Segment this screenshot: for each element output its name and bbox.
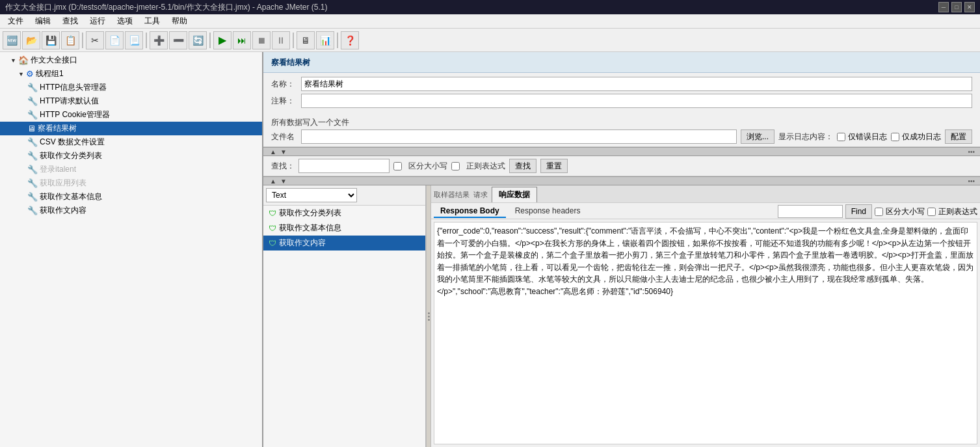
filename-label: 文件名 <box>271 131 297 142</box>
get-categories-icon: 🔧 <box>27 151 38 161</box>
menu-find[interactable]: 查找 <box>57 14 83 28</box>
config-button[interactable]: 配置 <box>945 129 972 144</box>
text-format-select[interactable]: Text <box>266 188 357 202</box>
menu-edit[interactable]: 编辑 <box>30 14 56 28</box>
maximize-button[interactable]: □ <box>951 2 962 12</box>
subtab-response-body[interactable]: Response Body <box>434 205 506 218</box>
main-container: ▼ 🏠 作文大全接口 ▼ ⚙ 线程组1 🔧 HTTP信息头管理器 🔧 HTTP请… <box>0 52 980 447</box>
tool-open[interactable]: 📂 <box>22 31 40 49</box>
tool-cut[interactable]: ✂ <box>86 31 104 49</box>
vdot1 <box>428 312 430 314</box>
detail-regex-checkbox[interactable] <box>927 208 936 216</box>
tree-threadgroup[interactable]: ▼ ⚙ 线程组1 <box>0 67 262 81</box>
name-input[interactable] <box>301 77 972 91</box>
menu-options[interactable]: 选项 <box>112 14 138 28</box>
tool-remove[interactable]: ➖ <box>169 31 187 49</box>
tool-save[interactable]: 💾 <box>42 31 60 49</box>
find-row: Find 区分大小写 正则表达式 <box>778 204 977 219</box>
menu-file[interactable]: 文件 <box>3 14 29 28</box>
close-button[interactable]: ✕ <box>964 2 975 12</box>
vertical-drag-handle[interactable] <box>426 185 431 447</box>
sub-tabs-row: Response Body Response headers Find 区分大小… <box>431 203 980 219</box>
menu-run[interactable]: 运行 <box>85 14 111 28</box>
result-item-categories[interactable]: 🛡 获取作文分类列表 <box>263 206 425 221</box>
file-section: 所有数据写入一个文件 文件名 浏览... 显示日志内容： 仅错误日志 仅成功日志… <box>263 115 980 147</box>
tree-get-categories[interactable]: 🔧 获取作文分类列表 <box>0 149 262 163</box>
content-panel: 察看结果树 名称： 注释： 所有数据写入一个文件 文件名 浏览... 显示日志内… <box>263 52 980 447</box>
splitter-down-arrow[interactable]: ▼ <box>279 148 288 156</box>
login-icon: 🔧 <box>27 165 38 174</box>
root-label: 作文大全接口 <box>31 55 77 66</box>
detail-case-label: 区分大小写 <box>886 206 925 217</box>
tool-templates[interactable]: 📊 <box>316 31 334 49</box>
error-only-checkbox[interactable] <box>837 133 845 141</box>
splitter2-down-arrow[interactable]: ▼ <box>279 178 288 185</box>
filename-input[interactable] <box>301 129 737 144</box>
detail-case-checkbox[interactable] <box>875 208 883 216</box>
result-item-basic-info[interactable]: 🛡 获取作文基本信息 <box>263 221 425 236</box>
reset-button[interactable]: 重置 <box>540 159 568 173</box>
tree-get-apps[interactable]: 🔧 获取应用列表 <box>0 176 262 190</box>
root-icon: 🏠 <box>18 55 29 65</box>
splitter-top[interactable]: ▲ ▼ ••• <box>263 147 980 156</box>
tree-results-tree[interactable]: 🖥 察看结果树 <box>0 122 262 135</box>
root-arrow: ▼ <box>10 57 16 64</box>
vdot2 <box>428 316 430 318</box>
result-shield-2: 🛡 <box>269 224 276 233</box>
tree-http-defaults[interactable]: 🔧 HTTP请求默认值 <box>0 94 262 108</box>
success-only-label: 仅成功日志 <box>902 131 941 142</box>
splitter-bottom[interactable]: ▲ ▼ ••• <box>263 176 980 185</box>
find-input[interactable] <box>778 205 843 218</box>
results-list: Text 🛡 获取作文分类列表 🛡 获取作文基本信息 🛡 获取作文内容 <box>263 185 426 447</box>
tool-add[interactable]: ➕ <box>150 31 168 49</box>
tree-get-content[interactable]: 🔧 获取作文内容 <box>0 204 262 217</box>
tree-http-header[interactable]: 🔧 HTTP信息头管理器 <box>0 81 262 94</box>
title-controls: ─ □ ✕ <box>938 2 975 12</box>
tool-remote[interactable]: 🖥 <box>297 31 315 49</box>
tree-cookie[interactable]: 🔧 HTTP Cookie管理器 <box>0 108 262 122</box>
tree-get-basic-info[interactable]: 🔧 获取作文基本信息 <box>0 190 262 204</box>
subtab-response-headers[interactable]: Response headers <box>509 205 587 218</box>
http-defaults-label: HTTP请求默认值 <box>40 96 99 107</box>
detail-find-button[interactable]: Find <box>845 204 872 219</box>
menu-help[interactable]: 帮助 <box>166 14 192 28</box>
minimize-button[interactable]: ─ <box>938 2 949 12</box>
result-item-content[interactable]: 🛡 获取作文内容 <box>263 236 425 251</box>
browse-button[interactable]: 浏览... <box>741 129 775 144</box>
get-basic-info-label: 获取作文基本信息 <box>40 191 102 202</box>
search-input[interactable] <box>298 159 390 173</box>
case-sensitive-checkbox[interactable] <box>393 162 402 170</box>
tool-paste[interactable]: 📃 <box>125 31 143 49</box>
sep5 <box>337 33 338 48</box>
result-label-3: 获取作文内容 <box>279 237 326 249</box>
tool-clear[interactable]: 🔄 <box>189 31 207 49</box>
splitter2-up-arrow[interactable]: ▲ <box>269 178 278 185</box>
tree-login[interactable]: 🔧 登录italent <box>0 163 262 176</box>
tool-help[interactable]: ❓ <box>341 31 359 49</box>
search-label: 查找： <box>271 161 295 172</box>
detail-panel: 取样器结果 请求 响应数据 Response Body Response hea… <box>431 185 980 447</box>
splitter-up-arrow[interactable]: ▲ <box>269 148 278 156</box>
menu-tools[interactable]: 工具 <box>139 14 165 28</box>
response-body: {"error_code":0,"reason":"success","resu… <box>434 222 977 444</box>
tree-root[interactable]: ▼ 🏠 作文大全接口 <box>0 53 262 67</box>
tool-copy[interactable]: 📄 <box>105 31 124 49</box>
comment-input[interactable] <box>301 94 972 108</box>
tool-saveas[interactable]: 📋 <box>61 31 79 49</box>
find-button[interactable]: 查找 <box>509 159 536 173</box>
tool-start[interactable]: ▶ <box>213 31 232 49</box>
tool-new[interactable]: 🆕 <box>3 31 21 49</box>
login-label: 登录italent <box>40 164 76 175</box>
sep2 <box>146 33 147 48</box>
results-list-body: 🛡 获取作文分类列表 🛡 获取作文基本信息 🛡 获取作文内容 <box>263 206 425 447</box>
lower-panel: Text 🛡 获取作文分类列表 🛡 获取作文基本信息 🛡 获取作文内容 <box>263 185 980 447</box>
tool-shutdown[interactable]: ⏸ <box>272 31 290 49</box>
regex-checkbox[interactable] <box>451 162 460 170</box>
tree-csv[interactable]: 🔧 CSV 数据文件设置 <box>0 135 262 149</box>
tab-response-data[interactable]: 响应数据 <box>492 187 537 202</box>
file-row: 文件名 浏览... 显示日志内容： 仅错误日志 仅成功日志 配置 <box>271 129 972 144</box>
tool-start-no-pause[interactable]: ⏭ <box>233 31 251 49</box>
tool-stop[interactable]: ⏹ <box>252 31 271 49</box>
success-only-checkbox[interactable] <box>891 133 899 141</box>
get-categories-label: 获取作文分类列表 <box>40 150 102 161</box>
